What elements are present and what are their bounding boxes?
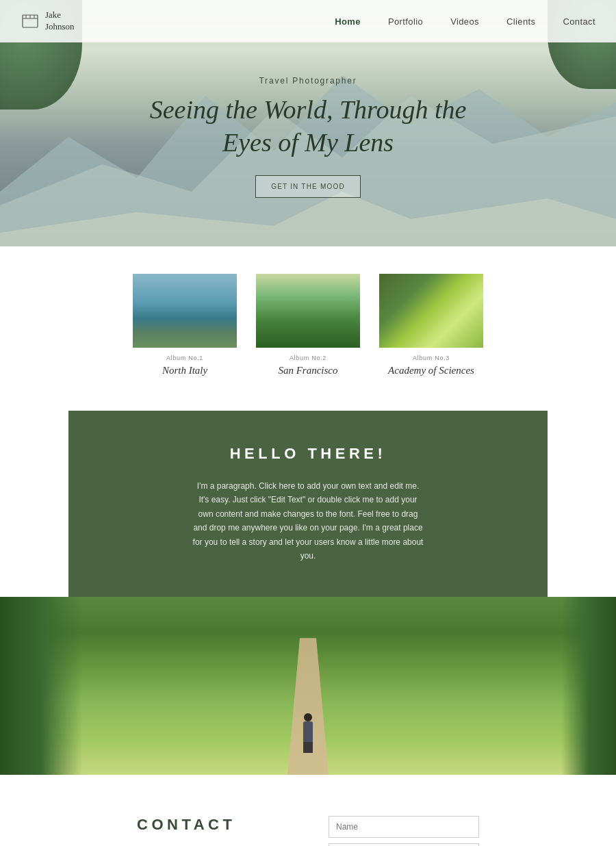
album-name-1: North Italy [133, 365, 237, 376]
contact-name-input[interactable] [329, 816, 479, 838]
hello-section: HELLO THERE! I'm a paragraph. Click here… [68, 411, 548, 597]
hero-content: Travel Photographer Seeing the World, Th… [123, 35, 493, 212]
album-label-2: Album No.2 [256, 355, 360, 361]
nature-person-body [303, 721, 313, 742]
nav-home[interactable]: Home [335, 16, 361, 27]
nav-logo-text: Jake Johnson [45, 10, 75, 33]
nature-person [301, 713, 315, 747]
nav-portfolio[interactable]: Portfolio [388, 16, 423, 27]
album-name-3: Academy of Sciences [379, 365, 483, 376]
hero-cta-button[interactable]: GET IN THE MOOD [255, 175, 361, 198]
contact-title: CONTACT [137, 816, 287, 834]
logo-icon [21, 12, 40, 31]
album-image-1 [133, 274, 237, 348]
albums-section: Album No.1 North Italy Album No.2 San Fr… [0, 246, 616, 411]
album-name-2: San Francisco [256, 365, 360, 376]
album-item-3[interactable]: Album No.3 Academy of Sciences [379, 274, 483, 376]
album-label-3: Album No.3 [379, 355, 483, 361]
hero-title: Seeing the World, Through the Eyes of My… [137, 94, 479, 159]
album-label-1: Album No.1 [133, 355, 237, 361]
hero-subtitle: Travel Photographer [137, 76, 479, 86]
nav-links: Home Portfolio Videos Clients Contact [335, 15, 595, 27]
nav-logo[interactable]: Jake Johnson [21, 10, 75, 33]
nature-section [0, 597, 616, 775]
nature-person-head [304, 713, 312, 721]
nature-trees-left [0, 597, 82, 775]
nature-person-legs [303, 742, 313, 753]
album-item-1[interactable]: Album No.1 North Italy [133, 274, 237, 376]
contact-form: Submit [329, 816, 479, 846]
nav-contact[interactable]: Contact [563, 16, 595, 27]
album-image-2 [256, 274, 360, 348]
album-item-2[interactable]: Album No.2 San Francisco [256, 274, 360, 376]
nav-videos[interactable]: Videos [450, 16, 479, 27]
navbar: Jake Johnson Home Portfolio Videos Clien… [0, 0, 616, 42]
contact-section: CONTACT Jake Johnson JakeJohnson Jake Jo… [0, 775, 616, 846]
hello-body: I'm a paragraph. Click here to add your … [192, 479, 424, 563]
contact-left: CONTACT Jake Johnson JakeJohnson Jake Jo… [137, 816, 287, 846]
album-image-3 [379, 274, 483, 348]
nature-trees-right [561, 597, 616, 775]
contact-email-input[interactable] [329, 843, 479, 846]
nav-clients[interactable]: Clients [506, 16, 535, 27]
hello-title: HELLO THERE! [110, 445, 506, 463]
